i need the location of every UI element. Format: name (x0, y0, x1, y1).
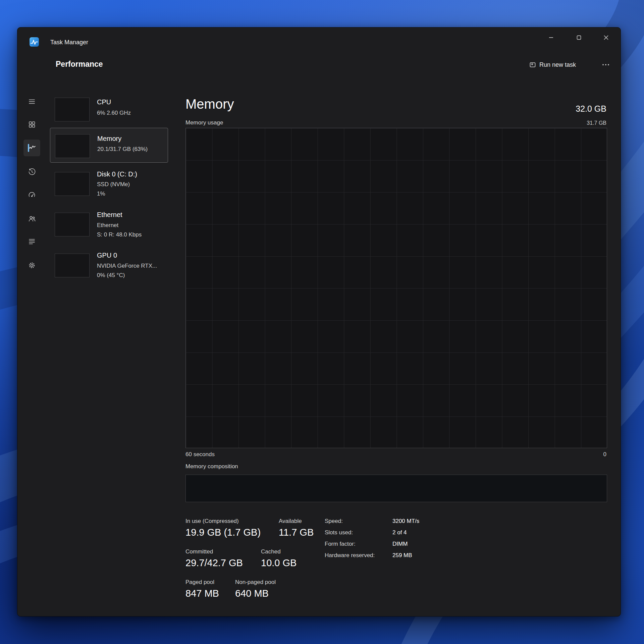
run-new-task-button[interactable]: Run new task (524, 58, 581, 72)
detail-speed: Speed:3200 MT/s (325, 518, 419, 529)
ellipsis-icon (602, 64, 609, 66)
task-manager-window: Task Manager (17, 27, 621, 616)
stat-paged-pool: Paged pool847 MB (185, 579, 219, 599)
stat-cached: Cached10.0 GB (261, 548, 297, 569)
disk-thumbnail-graph (55, 172, 90, 196)
services-gear-icon (28, 262, 36, 269)
menu-button[interactable] (23, 93, 40, 110)
nav-performance[interactable] (23, 140, 40, 156)
memory-composition-label: Memory composition (185, 463, 238, 470)
task-manager-app-icon (30, 37, 39, 47)
memory-panel-title: Memory (185, 97, 234, 112)
nav-processes[interactable] (23, 116, 40, 133)
stat-in-use: In use (Compressed)19.9 GB (1.7 GB) (185, 518, 261, 538)
sidebar-item-memory[interactable]: Memory 20.1/31.7 GB (63%) (50, 128, 168, 163)
stat-available: Available11.7 GB (279, 518, 314, 538)
stat-non-paged-pool: Non-paged pool640 MB (235, 579, 276, 599)
run-new-task-icon (529, 61, 536, 68)
chart-time-right: 0 (603, 451, 606, 458)
memory-usage-label: Memory usage (185, 119, 223, 126)
gauge-icon (28, 191, 36, 199)
memory-composition-bar (185, 475, 607, 502)
detail-slots-used: Slots used:2 of 4 (325, 529, 419, 541)
ethernet-thumbnail-graph (55, 213, 90, 236)
chart-time-left: 60 seconds (185, 451, 215, 458)
nav-app-history[interactable] (23, 163, 40, 180)
more-options-button[interactable] (598, 58, 613, 71)
performance-icon (28, 144, 36, 152)
detail-hardware-reserved: Hardware reserved:259 MB (325, 552, 419, 564)
titlebar: Task Manager (17, 28, 621, 57)
selected-accent-bar (28, 144, 29, 152)
memory-hardware-details: Speed:3200 MT/s Slots used:2 of 4 Form f… (325, 518, 419, 564)
detail-form-factor: Form factor:DIMM (325, 541, 419, 552)
maximize-button[interactable] (569, 31, 589, 44)
list-icon (28, 238, 36, 245)
window-title: Task Manager (50, 39, 88, 46)
nav-details[interactable] (23, 233, 40, 250)
users-icon (28, 215, 36, 222)
processes-icon (28, 121, 36, 128)
cpu-thumbnail-graph (55, 98, 90, 121)
gpu-thumbnail-graph (55, 254, 90, 277)
navigation-rail (17, 57, 46, 616)
nav-users[interactable] (23, 210, 40, 227)
hamburger-icon (28, 98, 36, 105)
history-icon (28, 168, 36, 175)
memory-usage-chart (185, 128, 607, 448)
chart-scale-max: 31.7 GB (587, 120, 606, 126)
memory-thumbnail-graph (55, 134, 90, 158)
nav-services[interactable] (23, 257, 40, 274)
memory-capacity: 32.0 GB (576, 104, 606, 114)
minimize-button[interactable] (541, 31, 561, 44)
page-title: Performance (56, 60, 103, 69)
close-button[interactable] (596, 31, 616, 44)
stat-committed: Committed29.7/42.7 GB (185, 548, 243, 569)
nav-startup-apps[interactable] (23, 186, 40, 203)
run-new-task-label: Run new task (539, 61, 576, 68)
